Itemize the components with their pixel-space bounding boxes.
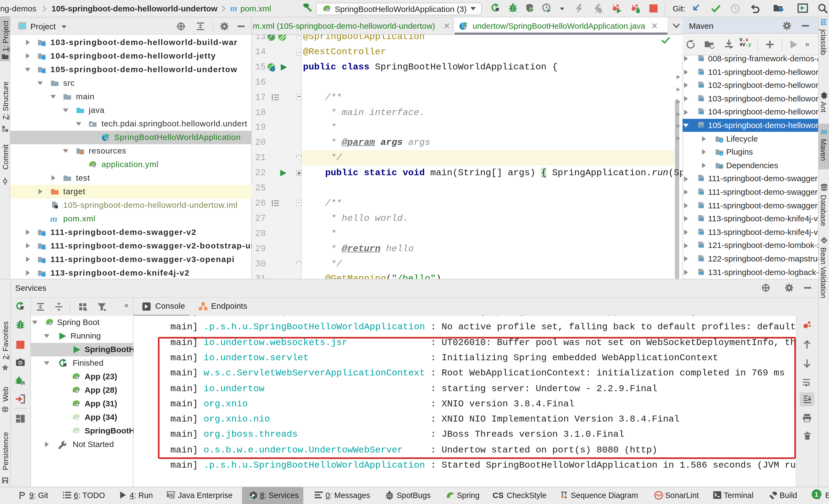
svg-text:1: 1: [815, 491, 818, 498]
